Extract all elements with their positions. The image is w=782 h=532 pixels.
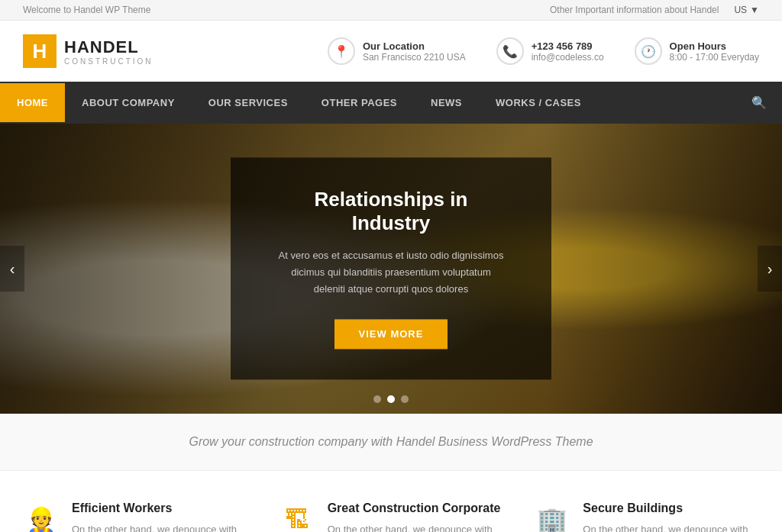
- feature-buildings-desc: On the other hand, we denounce with righ…: [583, 521, 759, 532]
- hero-prev-button[interactable]: ‹: [0, 246, 24, 292]
- feature-construction-title: Great Construction Corporate: [328, 501, 504, 515]
- chevron-right-icon: ›: [767, 260, 773, 278]
- topbar-left: Welcome to Handel WP Theme: [23, 5, 150, 15]
- nav-item-works[interactable]: WORKS / CASES: [479, 83, 598, 122]
- logo[interactable]: H HANDEL CONSTRUCTION: [23, 34, 153, 68]
- search-button[interactable]: 🔍: [736, 82, 782, 124]
- hero-dot-2[interactable]: [387, 395, 395, 403]
- hero-view-more-button[interactable]: VIEW MORE: [334, 320, 448, 350]
- hero-title: Relationships in Industry: [276, 188, 506, 235]
- location-info: 📍 Our Location San Francisco 2210 USA: [328, 37, 466, 65]
- topbar-right-text: Other Important information about Handel: [550, 5, 719, 15]
- hours-info: 🕐 Open Hours 8:00 - 17:00 Everyday: [635, 37, 759, 65]
- hero-dot-3[interactable]: [401, 395, 409, 403]
- feature-workers-title: Efficient Workers: [72, 501, 248, 515]
- main-nav: HOME ABOUT COMPANY OUR SERVICES OTHER PA…: [0, 82, 782, 124]
- nav-item-news[interactable]: NEWS: [414, 83, 479, 122]
- tagline-text: Grow your construction company with Hand…: [23, 435, 759, 449]
- header-info: 📍 Our Location San Francisco 2210 USA 📞 …: [328, 37, 759, 65]
- chevron-down-icon: ▼: [750, 5, 759, 15]
- hero-section: ‹ › Relationships in Industry At vero eo…: [0, 124, 782, 414]
- feature-workers: 👷 Efficient Workers On the other hand, w…: [23, 501, 248, 532]
- lang-label: US: [734, 5, 747, 15]
- feature-construction: 🏗 Great Construction Corporate On the ot…: [279, 501, 504, 532]
- construction-icon: 🏗: [279, 501, 315, 532]
- top-bar: Welcome to Handel WP Theme Other Importa…: [0, 0, 782, 21]
- hero-dot-1[interactable]: [373, 395, 381, 403]
- feature-workers-desc: On the other hand, we denounce with righ…: [72, 521, 248, 532]
- phone-info: 📞 +123 456 789 info@codeless.co: [496, 37, 604, 65]
- location-icon: 📍: [328, 37, 355, 65]
- hero-next-button[interactable]: ›: [758, 246, 782, 292]
- search-icon: 🔍: [751, 96, 767, 109]
- header: H HANDEL CONSTRUCTION 📍 Our Location San…: [0, 21, 782, 82]
- feature-buildings-title: Secure Buildings: [583, 501, 759, 515]
- logo-icon: H: [23, 34, 57, 68]
- logo-text: HANDEL CONSTRUCTION: [64, 37, 153, 66]
- feature-buildings: 🏢 Secure Buildings On the other hand, we…: [534, 501, 759, 532]
- phone-icon: 📞: [496, 37, 524, 65]
- hero-description: At vero eos et accusamus et iusto odio d…: [276, 247, 506, 298]
- hero-dots: [373, 395, 409, 403]
- nav-item-other[interactable]: OTHER PAGES: [305, 83, 414, 122]
- nav-item-services[interactable]: OUR SERVICES: [192, 83, 305, 122]
- buildings-icon: 🏢: [534, 501, 570, 532]
- workers-icon: 👷: [23, 501, 60, 532]
- clock-icon: 🕐: [635, 37, 662, 65]
- chevron-left-icon: ‹: [10, 260, 15, 278]
- tagline-section: Grow your construction company with Hand…: [0, 414, 782, 471]
- language-selector[interactable]: US ▼: [734, 5, 759, 15]
- hero-content: Relationships in Industry At vero eos et…: [231, 157, 551, 379]
- nav-item-home[interactable]: HOME: [0, 83, 65, 122]
- topbar-right: Other Important information about Handel…: [550, 5, 759, 15]
- nav-item-about[interactable]: ABOUT COMPANY: [65, 83, 192, 122]
- features-section: 👷 Efficient Workers On the other hand, w…: [0, 471, 782, 532]
- feature-construction-desc: On the other hand, we denounce with righ…: [328, 521, 504, 532]
